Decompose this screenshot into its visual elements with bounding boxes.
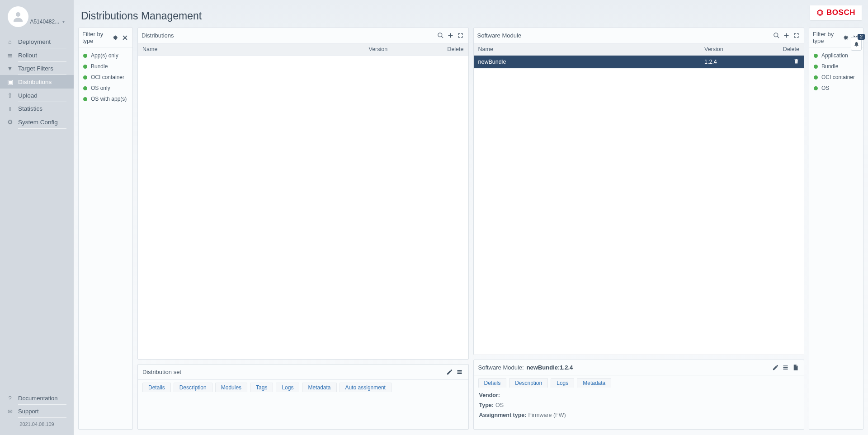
nav-documentation[interactable]: ?Documentation: [0, 392, 74, 405]
col-delete: Delete: [441, 43, 468, 55]
tab[interactable]: Logs: [276, 383, 299, 392]
filter-item[interactable]: OS: [809, 83, 863, 94]
filter-item-label: OS with app(s): [91, 96, 127, 102]
nav-rollout[interactable]: ≣Rollout: [0, 48, 74, 62]
sm-detail-value: newBundle:1.2.4: [527, 364, 573, 371]
col-version[interactable]: Version: [700, 43, 777, 55]
tab[interactable]: Details: [478, 378, 507, 388]
status-dot-icon: [83, 65, 87, 69]
tab[interactable]: Details: [142, 383, 171, 392]
nav-target-filters[interactable]: ▼Target Filters: [0, 62, 74, 75]
sm-detail-edit[interactable]: [771, 364, 779, 372]
col-delete: Delete: [777, 43, 804, 55]
main-nav: ⌂Deployment ≣Rollout ▼Target Filters ▣Di…: [0, 35, 74, 129]
dist-detail-list[interactable]: [456, 368, 464, 376]
filter-item[interactable]: Application: [809, 50, 863, 61]
tab[interactable]: Modules: [215, 383, 247, 392]
doc-icon: [792, 364, 799, 371]
filter-item[interactable]: App(s) only: [79, 50, 132, 61]
filter-item-label: OCI container: [821, 74, 855, 80]
filter-item[interactable]: Bundle: [79, 61, 132, 72]
distribution-detail-title: Distribution set: [142, 369, 181, 375]
plus-icon: [783, 32, 790, 39]
svg-point-0: [16, 12, 20, 17]
expand-icon: [457, 32, 464, 39]
avatar[interactable]: [8, 6, 28, 27]
filter-item-label: App(s) only: [91, 52, 118, 59]
gear-icon: [112, 34, 118, 41]
distribution-detail-panel: Distribution set DetailsDescriptionModul…: [137, 364, 469, 430]
distributions-add[interactable]: [447, 32, 455, 40]
filter-item-label: OCI container: [91, 74, 124, 80]
tab[interactable]: Description: [509, 378, 548, 388]
row-delete[interactable]: [793, 58, 799, 64]
sm-vendor-label: Vendor:: [479, 392, 500, 398]
filter-item[interactable]: OS only: [79, 83, 132, 94]
filter-item-label: Bundle: [821, 63, 838, 70]
bell-icon: [854, 41, 859, 47]
notification-count: 2: [858, 34, 865, 40]
right-filter-panel: Filter by type ApplicationBundleOCI cont…: [809, 28, 863, 430]
tab[interactable]: Auto assignment: [340, 383, 392, 392]
close-icon: [122, 34, 128, 41]
sm-assign-label: Assignment type:: [479, 412, 527, 418]
filter-item[interactable]: OCI container: [79, 72, 132, 83]
filter-item-label: OS only: [91, 85, 110, 91]
search-icon: [773, 32, 780, 39]
tab[interactable]: Metadata: [577, 378, 611, 388]
status-dot-icon: [814, 75, 818, 80]
nav-deployment[interactable]: ⌂Deployment: [0, 35, 74, 48]
distributions-search[interactable]: [437, 32, 445, 40]
filter-item[interactable]: Bundle: [809, 61, 863, 72]
sm-detail-list[interactable]: [781, 364, 789, 372]
notifications-button[interactable]: 2: [851, 37, 862, 51]
left-filter-close[interactable]: [121, 33, 129, 42]
status-dot-icon: [83, 86, 87, 90]
main-content: BOSCH 2 Distributions Management Filter …: [74, 0, 868, 435]
tab[interactable]: Description: [174, 383, 212, 392]
filter-item[interactable]: OCI container: [809, 72, 863, 83]
tab[interactable]: Metadata: [302, 383, 336, 392]
bosch-icon: [816, 9, 824, 16]
softmod-search[interactable]: [772, 32, 780, 40]
status-dot-icon: [83, 97, 87, 101]
left-filter-settings[interactable]: [111, 33, 119, 42]
sidebar: A5140482... ⌂Deployment ≣Rollout ▼Target…: [0, 0, 74, 435]
nav-support[interactable]: ✉Support: [0, 405, 74, 418]
softmod-expand[interactable]: [792, 32, 800, 40]
softmod-add[interactable]: [782, 32, 790, 40]
software-module-title: Software Module: [477, 32, 522, 39]
row-version: 1.2.4: [700, 56, 777, 68]
status-dot-icon: [814, 54, 818, 58]
nav-distributions[interactable]: ▣Distributions: [0, 75, 74, 89]
dist-detail-edit[interactable]: [446, 368, 454, 376]
status-dot-icon: [814, 86, 818, 90]
search-icon: [437, 32, 444, 39]
svg-rect-2: [819, 11, 821, 14]
sm-type-value: OS: [495, 402, 504, 408]
user-menu[interactable]: A5140482...: [30, 19, 66, 25]
tab[interactable]: Logs: [551, 378, 574, 388]
table-row[interactable]: newBundle1.2.4: [474, 56, 804, 69]
col-version[interactable]: Version: [364, 43, 441, 55]
distributions-expand[interactable]: [457, 32, 465, 40]
nav-system-config[interactable]: ⚙System Config: [0, 115, 74, 129]
nav-statistics[interactable]: ⫾Statistics: [0, 102, 74, 115]
status-dot-icon: [83, 75, 87, 80]
filter-item[interactable]: OS with app(s): [79, 94, 132, 104]
status-dot-icon: [83, 54, 87, 58]
list-icon: [456, 369, 463, 375]
sm-detail-doc[interactable]: [791, 364, 799, 372]
software-module-panel: Software Module Name Version Delete newB…: [473, 28, 805, 355]
pencil-icon: [446, 369, 453, 375]
sm-assign-value: Firmware (FW): [528, 412, 566, 418]
tab[interactable]: Tags: [250, 383, 273, 392]
col-name[interactable]: Name: [474, 43, 700, 55]
nav-upload[interactable]: ⇧Upload: [0, 89, 74, 102]
distributions-panel: Distributions Name Version Delete: [137, 28, 469, 360]
version-label: 2021.04.08.109: [0, 418, 74, 432]
col-name[interactable]: Name: [138, 43, 364, 55]
status-dot-icon: [814, 65, 818, 69]
distributions-title: Distributions: [142, 32, 174, 39]
user-name: A5140482...: [30, 19, 59, 25]
